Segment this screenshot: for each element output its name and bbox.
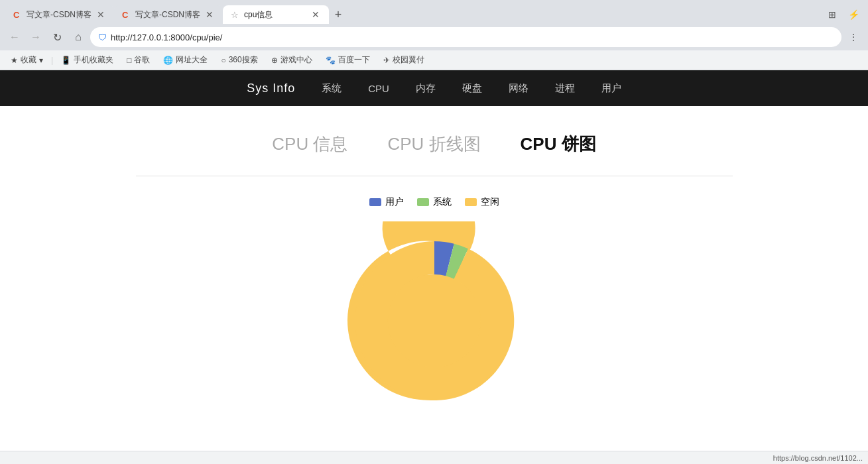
- status-url: https://blog.csdn.net/1102...: [773, 454, 863, 462]
- bookmark-campus[interactable]: ✈ 校园翼付: [378, 53, 430, 67]
- bookmark-google[interactable]: □ 谷歌: [121, 53, 155, 67]
- address-bar: ← → ↻ ⌂ 🛡 http://127.0.0.1:8000/cpu/pie/…: [0, 24, 868, 50]
- campus-icon: ✈: [383, 56, 390, 65]
- bookmark-google-label: 谷歌: [134, 54, 150, 66]
- bookmark-360-label: 360搜索: [229, 54, 258, 66]
- nav-system[interactable]: 系统: [308, 70, 355, 106]
- tab-3[interactable]: ☆ cpu信息 ✕: [223, 5, 329, 24]
- legend-idle-label: 空闲: [481, 196, 499, 208]
- donut-svg: [335, 221, 534, 420]
- legend-idle-color: [465, 198, 477, 206]
- bookmark-360[interactable]: ○ 360搜索: [216, 53, 263, 67]
- legend-system: 系统: [417, 196, 452, 208]
- home-button[interactable]: ⌂: [69, 28, 88, 46]
- tab-1-title: 写文章-CSDN博客: [27, 9, 92, 21]
- nav-brand[interactable]: Sys Info: [233, 70, 308, 106]
- tab-2[interactable]: C 写文章-CSDN博客 ✕: [114, 5, 223, 24]
- page-content: Sys Info 系统 CPU 内存 硬盘 网络 进程 用户 CPU 信息 CP…: [0, 70, 868, 434]
- cpu-line-link[interactable]: CPU 折线图: [387, 133, 480, 156]
- tab-1-favicon: C: [13, 10, 23, 19]
- legend-user-label: 用户: [385, 196, 404, 208]
- donut-chart: [335, 221, 534, 420]
- browser-actions: ⋮: [844, 28, 863, 46]
- legend-system-color: [417, 198, 429, 206]
- bookmark-nav-label: 网址大全: [176, 54, 208, 66]
- bookmark-games-label: 游戏中心: [280, 54, 312, 66]
- star-icon: ★: [11, 56, 18, 65]
- browser-chrome: C 写文章-CSDN博客 ✕ C 写文章-CSDN博客 ✕ ☆ cpu信息 ✕ …: [0, 0, 868, 70]
- cpu-pie-link[interactable]: CPU 饼图: [521, 133, 596, 156]
- settings-button[interactable]: ⋮: [844, 28, 863, 46]
- cpu-info-link[interactable]: CPU 信息: [272, 133, 347, 156]
- bookmark-favorites[interactable]: ★ 收藏 ▾: [5, 53, 48, 67]
- forward-button[interactable]: →: [27, 28, 45, 46]
- lightning-button[interactable]: ⚡: [844, 5, 863, 24]
- tab-1-close[interactable]: ✕: [95, 9, 106, 20]
- nav-icon: 🌐: [163, 56, 173, 65]
- refresh-button[interactable]: ↻: [48, 28, 66, 46]
- bookmark-favorites-label: 收藏: [21, 54, 36, 66]
- nav-cpu[interactable]: CPU: [355, 70, 403, 106]
- chart-legend: 用户 系统 空闲: [369, 196, 499, 208]
- security-icon: 🛡: [98, 32, 107, 42]
- tab-2-close[interactable]: ✕: [204, 9, 215, 20]
- bookmark-mobile-label: 手机收藏夹: [74, 54, 113, 66]
- bookmark-nav[interactable]: 🌐 网址大全: [158, 53, 213, 67]
- baidu-icon: 🐾: [326, 56, 336, 65]
- nav-disk[interactable]: 硬盘: [449, 70, 495, 106]
- site-nav: Sys Info 系统 CPU 内存 硬盘 网络 进程 用户: [0, 70, 868, 106]
- cpu-subnav: CPU 信息 CPU 折线图 CPU 饼图: [272, 133, 595, 156]
- bookmark-baidu[interactable]: 🐾 百度一下: [320, 53, 375, 67]
- google-icon: □: [127, 56, 131, 65]
- tab-3-title: cpu信息: [244, 9, 306, 21]
- bookmark-baidu-label: 百度一下: [338, 54, 370, 66]
- chart-area: 用户 系统 空闲: [13, 196, 855, 420]
- dropdown-icon: ▾: [39, 56, 43, 65]
- tab-2-title: 写文章-CSDN博客: [135, 9, 200, 21]
- legend-user-color: [369, 198, 381, 206]
- new-tab-button[interactable]: +: [329, 5, 347, 24]
- address-input-wrap[interactable]: 🛡 http://127.0.0.1:8000/cpu/pie/: [90, 27, 841, 47]
- tab-3-favicon: ☆: [231, 10, 240, 19]
- separator-1: |: [51, 56, 53, 65]
- mobile-icon: 📱: [61, 56, 71, 65]
- bookmark-mobile[interactable]: 📱 手机收藏夹: [56, 53, 119, 67]
- tab-2-favicon: C: [122, 10, 131, 19]
- tab-1[interactable]: C 写文章-CSDN博客 ✕: [5, 5, 114, 24]
- bookmark-campus-label: 校园翼付: [393, 54, 424, 66]
- status-bar: https://blog.csdn.net/1102...: [0, 451, 868, 464]
- tab-3-close[interactable]: ✕: [310, 9, 321, 20]
- nav-process[interactable]: 进程: [542, 70, 588, 106]
- bookmark-games[interactable]: ⊕ 游戏中心: [266, 53, 318, 67]
- legend-idle: 空闲: [465, 196, 499, 208]
- nav-user[interactable]: 用户: [588, 70, 635, 106]
- legend-user: 用户: [369, 196, 404, 208]
- tab-bar: C 写文章-CSDN博客 ✕ C 写文章-CSDN博客 ✕ ☆ cpu信息 ✕ …: [0, 0, 868, 24]
- games-icon: ⊕: [271, 56, 278, 65]
- bookmarks-bar: ★ 收藏 ▾ | 📱 手机收藏夹 □ 谷歌 🌐 网址大全 ○ 360搜索 ⊕ 游…: [0, 50, 868, 70]
- back-button[interactable]: ←: [5, 28, 24, 46]
- address-text: http://127.0.0.1:8000/cpu/pie/: [111, 32, 834, 42]
- grid-view-button[interactable]: ⊞: [823, 5, 841, 24]
- 360-icon: ○: [221, 56, 225, 65]
- main-content: CPU 信息 CPU 折线图 CPU 饼图 用户 系统 空闲: [0, 106, 868, 434]
- nav-network[interactable]: 网络: [495, 70, 542, 106]
- nav-memory[interactable]: 内存: [403, 70, 449, 106]
- divider: [136, 176, 733, 176]
- legend-system-label: 系统: [433, 196, 452, 208]
